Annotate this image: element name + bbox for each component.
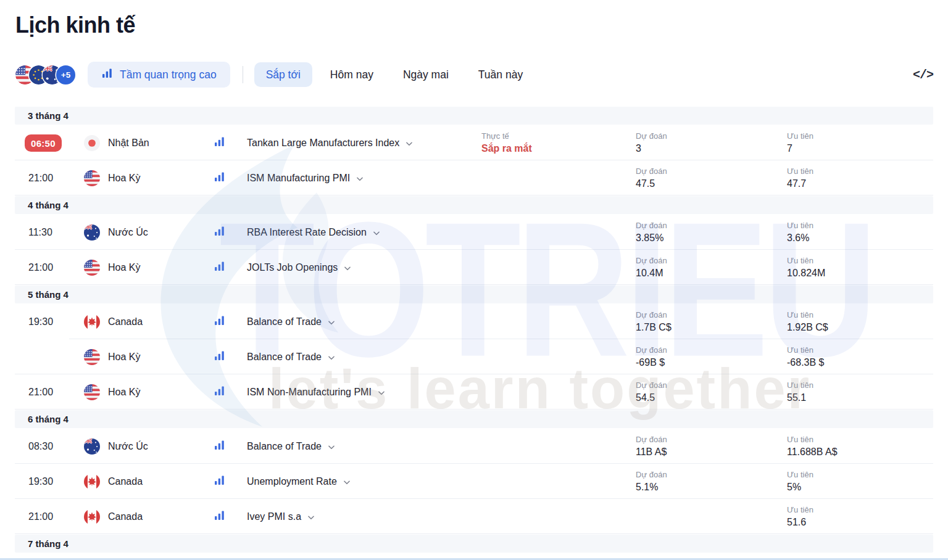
- chevron-down-icon: [377, 389, 386, 397]
- importance-bars-icon: [214, 474, 247, 488]
- country-cell: Canada: [84, 314, 214, 330]
- tab-tomorrow[interactable]: Ngày mai: [391, 62, 460, 87]
- chevron-down-icon: [307, 513, 315, 522]
- event-name-button[interactable]: Ivey PMI s.a: [247, 511, 481, 522]
- chevron-down-icon: [356, 175, 364, 183]
- country-name: Nước Úc: [108, 441, 148, 452]
- forecast-cell: Dự đoán5.1%: [636, 470, 787, 493]
- event-row[interactable]: 21:00CanadaIvey PMI s.aƯu tiên51.6: [15, 499, 933, 534]
- time-urgent-badge: 06:50: [25, 134, 62, 152]
- forecast-value: 3: [636, 143, 787, 154]
- chevron-down-icon: [343, 264, 352, 273]
- forecast-label: Dự đoán: [636, 221, 787, 230]
- event-name: Ivey PMI s.a: [247, 511, 301, 522]
- forecast-value: 10.4M: [636, 268, 787, 279]
- event-time: 21:00: [15, 173, 84, 184]
- embed-code-icon[interactable]: </>: [913, 68, 933, 82]
- event-name-button[interactable]: Tankan Large Manufacturers Index: [247, 138, 481, 149]
- importance-bars-icon: [214, 439, 247, 453]
- country-name: Canada: [108, 476, 143, 487]
- event-name-button[interactable]: ISM Non-Manufacturing PMI: [247, 387, 481, 398]
- country-name: Canada: [108, 511, 143, 522]
- importance-filter-button[interactable]: Tầm quan trọng cao: [88, 62, 230, 88]
- forecast-cell: Dự đoán1.7B C$: [636, 310, 787, 333]
- country-flag-australia-icon: [84, 439, 100, 455]
- actual-cell: Thực tếSắp ra mắt: [481, 131, 636, 154]
- event-name: Balance of Trade: [247, 441, 322, 452]
- tab-today[interactable]: Hôm nay: [318, 62, 385, 87]
- previous-cell: Ưu tiên7: [787, 131, 933, 154]
- event-time: 08:30: [15, 441, 84, 452]
- previous-cell: Ưu tiên5%: [787, 470, 933, 493]
- event-name-button[interactable]: Unemployment Rate: [247, 476, 481, 487]
- forecast-label: Dự đoán: [636, 310, 787, 319]
- event-row[interactable]: 21:00Hoa KỳISM Non-Manufacturing PMIDự đ…: [15, 374, 933, 410]
- forecast-value: 11B A$: [636, 447, 787, 458]
- period-tabs: Sắp tớiHôm nayNgày maiTuần này: [254, 62, 535, 87]
- forecast-label: Dự đoán: [636, 435, 787, 444]
- previous-value: -68.3B $: [787, 357, 933, 368]
- previous-value: 11.688B A$: [787, 447, 933, 458]
- event-name: ISM Non-Manufacturing PMI: [247, 387, 372, 398]
- flags-more-badge[interactable]: +5: [56, 65, 75, 84]
- forecast-cell: Dự đoán3: [636, 131, 787, 154]
- tab-upcoming[interactable]: Sắp tới: [254, 62, 312, 87]
- event-name-button[interactable]: ISM Manufacturing PMI: [247, 173, 481, 184]
- forecast-label: Dự đoán: [636, 131, 787, 141]
- event-time: 19:30: [15, 316, 84, 327]
- forecast-label: Dự đoán: [636, 256, 787, 265]
- previous-label: Ưu tiên: [787, 470, 933, 479]
- country-name: Canada: [108, 316, 143, 327]
- event-name-button[interactable]: Balance of Trade: [247, 316, 481, 327]
- forecast-value: 3.85%: [636, 233, 787, 244]
- actual-label: Thực tế: [481, 131, 636, 141]
- event-name-button[interactable]: JOLTs Job Openings: [247, 262, 481, 273]
- previous-value: 51.6: [787, 517, 933, 528]
- event-row[interactable]: 21:00Hoa KỳJOLTs Job OpeningsDự đoán10.4…: [15, 250, 933, 285]
- previous-value: 55.1: [787, 392, 933, 403]
- forecast-cell: Dự đoán3.85%: [636, 221, 787, 244]
- event-name: Balance of Trade: [247, 316, 322, 327]
- previous-label: Ưu tiên: [787, 310, 933, 319]
- previous-label: Ưu tiên: [787, 435, 933, 444]
- importance-bars-icon: [214, 509, 247, 524]
- event-time: 11:30: [15, 227, 84, 238]
- previous-cell: Ưu tiên1.92B C$: [787, 310, 933, 333]
- chevron-down-icon: [343, 478, 351, 487]
- toolbar: +5 Tầm quan trọng cao Sắp tớiHôm nayNgày…: [15, 61, 933, 88]
- event-name-button[interactable]: Balance of Trade: [247, 352, 481, 363]
- date-section-header: 5 tháng 4: [15, 286, 933, 303]
- event-row[interactable]: 19:30CanadaUnemployment RateDự đoán5.1%Ư…: [15, 464, 933, 499]
- event-row[interactable]: 06:50Nhật BảnTankan Large Manufacturers …: [15, 125, 933, 160]
- country-name: Nước Úc: [108, 227, 148, 238]
- event-row[interactable]: Hoa KỳBalance of TradeDự đoán-69B $Ưu ti…: [15, 339, 933, 374]
- forecast-label: Dự đoán: [636, 470, 787, 479]
- row-divider: [15, 195, 933, 196]
- event-time: 06:50: [15, 134, 84, 152]
- country-flag-canada-icon: [84, 509, 100, 525]
- forecast-cell: Dự đoán-69B $: [636, 345, 787, 368]
- country-filter-flags[interactable]: +5: [15, 65, 75, 84]
- country-flag-us-icon: [84, 349, 100, 365]
- previous-label: Ưu tiên: [787, 345, 933, 355]
- forecast-cell: Dự đoán11B A$: [636, 435, 787, 458]
- chevron-down-icon: [327, 443, 336, 451]
- event-row[interactable]: 21:00Hoa KỳISM Manufacturing PMIDự đoán4…: [15, 160, 933, 196]
- country-cell: Nước Úc: [84, 439, 214, 455]
- event-row[interactable]: 11:30Nước ÚcRBA Interest Rate DecisionDự…: [15, 215, 933, 250]
- actual-value: Sắp ra mắt: [481, 143, 636, 154]
- forecast-cell: Dự đoán47.5: [636, 167, 787, 189]
- date-section-header: 6 tháng 4: [15, 410, 933, 428]
- economic-calendar-table: 3 tháng 406:50Nhật BảnTankan Large Manuf…: [15, 106, 933, 553]
- event-name-button[interactable]: RBA Interest Rate Decision: [247, 227, 481, 238]
- event-name-button[interactable]: Balance of Trade: [247, 441, 481, 452]
- event-row[interactable]: 08:30Nước ÚcBalance of TradeDự đoán11B A…: [15, 429, 933, 464]
- previous-value: 10.824M: [787, 268, 933, 279]
- importance-bars-icon: [214, 171, 247, 185]
- tab-this-week[interactable]: Tuần này: [467, 62, 534, 87]
- importance-bars-icon: [214, 350, 247, 364]
- country-cell: Hoa Kỳ: [84, 170, 214, 186]
- country-flag-us-icon: [84, 260, 100, 276]
- previous-value: 3.6%: [787, 233, 933, 244]
- event-row[interactable]: 19:30CanadaBalance of TradeDự đoán1.7B C…: [15, 304, 933, 339]
